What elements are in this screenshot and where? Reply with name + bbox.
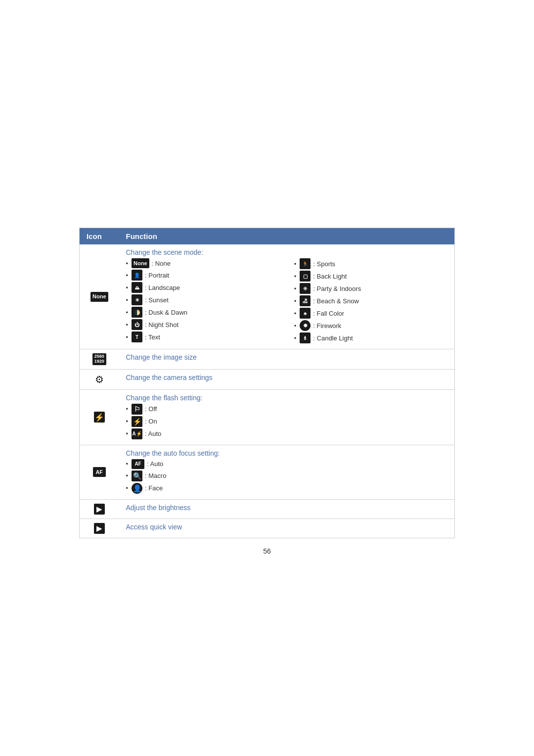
scene-label: : Fall Color xyxy=(313,310,344,317)
flash-setting-title: Change the flash setting: xyxy=(126,394,448,402)
scene-label: : Landscape xyxy=(145,284,180,291)
table-row: ▶ Adjust the brightness xyxy=(80,499,455,519)
scene-mode-title: Change the scene mode: xyxy=(126,248,448,256)
brightness-icon: ▶ xyxy=(94,504,105,515)
af-auto-icon: AF xyxy=(132,459,144,469)
list-item: 👤 : Portrait xyxy=(126,270,279,281)
flash-on-label: : On xyxy=(145,418,157,425)
scene-label: : Firework xyxy=(313,322,341,330)
none-scene-icon: None xyxy=(132,258,149,268)
list-item: 🌓 : Dusk & Dawn xyxy=(126,307,279,318)
table-row: AF Change the auto focus setting: AF : A… xyxy=(80,445,455,499)
list-item: A⚡ : Auto xyxy=(126,428,448,439)
scene-label: : Beach & Snow xyxy=(313,297,359,305)
party-icon: ⁜ xyxy=(300,283,311,294)
landscape-icon: ⛰ xyxy=(132,282,142,293)
icon-function-table: Icon Function None Change the scene mode… xyxy=(79,228,455,538)
list-item: None : None xyxy=(126,258,279,268)
gear-icon: ⚙ xyxy=(95,374,104,385)
list-item: 🔍 : Macro xyxy=(126,471,448,481)
play-icon: ▶ xyxy=(94,523,105,534)
none-icon: None xyxy=(90,292,108,302)
scene-left-col: None : None 👤 : Portrait ⛰ : Landscape xyxy=(126,258,279,345)
flash-auto-icon: A⚡ xyxy=(132,428,142,439)
scene-label: : Dusk & Dawn xyxy=(145,309,187,316)
list-item: T : Text xyxy=(126,331,279,342)
face-label: : Face xyxy=(145,484,163,492)
macro-icon: 🔍 xyxy=(132,471,142,481)
scene-right-col: 🏃 : Sports ▢ : Back Light ⁜ : Party & In… xyxy=(294,258,447,345)
scene-label: : Night Shot xyxy=(145,321,178,329)
scene-label: : Party & Indoors xyxy=(313,285,361,292)
list-item: AF : Auto xyxy=(126,459,448,469)
camera-settings-function: Change the camera settings xyxy=(126,374,213,381)
list-item: ✸ : Firework xyxy=(294,320,447,331)
list-item: ⛰ : Landscape xyxy=(126,282,279,293)
flash-on-icon: ⚡ xyxy=(132,416,142,427)
image-size-icon: 25601920 xyxy=(92,353,106,365)
scene-label: : Portrait xyxy=(145,272,169,279)
scene-label: : None xyxy=(152,260,171,267)
list-item: ▢ : Back Light xyxy=(294,271,447,282)
scene-label: : Candle Light xyxy=(313,334,353,342)
header-icon: Icon xyxy=(80,228,119,245)
list-item: ⚐ : Off xyxy=(126,404,448,415)
list-item: ⏻ : Night Shot xyxy=(126,319,279,330)
text-icon: T xyxy=(132,331,142,342)
list-item: ♣ : Fall Color xyxy=(294,308,447,319)
scene-label: : Sports xyxy=(313,260,335,268)
list-item: 👤 : Face xyxy=(126,483,448,494)
af-auto-label: : Auto xyxy=(147,460,163,468)
image-size-function: Change the image size xyxy=(126,353,197,361)
list-item: 🏖 : Beach & Snow xyxy=(294,295,447,306)
af-icon: AF xyxy=(93,467,106,477)
backlight-icon: ▢ xyxy=(300,271,311,282)
flash-auto-label: : Auto xyxy=(145,430,161,437)
scene-label: : Sunset xyxy=(145,296,169,304)
portrait-icon: 👤 xyxy=(132,270,142,281)
list-item: ☀ : Sunset xyxy=(126,294,279,305)
list-item: 🏃 : Sports xyxy=(294,258,447,269)
table-row: None Change the scene mode: None : None … xyxy=(80,244,455,349)
scene-label: : Back Light xyxy=(313,273,347,280)
dusk-icon: 🌓 xyxy=(132,307,142,318)
table-row: ⚡ Change the flash setting: ⚐ : Off ⚡ : … xyxy=(80,389,455,445)
macro-label: : Macro xyxy=(145,472,166,479)
sports-icon: 🏃 xyxy=(300,258,311,269)
page-number: 56 xyxy=(79,547,455,555)
header-function: Function xyxy=(119,228,455,245)
table-row: ⚙ Change the camera settings xyxy=(80,369,455,389)
candle-icon: 🕯 xyxy=(300,332,311,343)
focus-setting-title: Change the auto focus setting: xyxy=(126,449,448,457)
focus-items: AF : Auto 🔍 : Macro 👤 : Face xyxy=(126,459,448,494)
quick-view-function: Access quick view xyxy=(126,523,182,531)
table-row: 25601920 Change the image size xyxy=(80,349,455,370)
page-wrapper: Icon Function None Change the scene mode… xyxy=(79,228,455,555)
face-icon: 👤 xyxy=(132,483,142,494)
fall-icon: ♣ xyxy=(300,308,311,319)
flash-off-icon: ⚐ xyxy=(132,404,142,415)
table-row: ▶ Access quick view xyxy=(80,519,455,538)
firework-icon: ✸ xyxy=(300,320,311,331)
scene-cols: None : None 👤 : Portrait ⛰ : Landscape xyxy=(126,258,448,345)
scene-label: : Text xyxy=(145,333,160,341)
list-item: ⚡ : On xyxy=(126,416,448,427)
flash-off-label: : Off xyxy=(145,405,157,413)
sunset-icon: ☀ xyxy=(132,294,142,305)
beach-icon: 🏖 xyxy=(300,295,311,306)
brightness-function: Adjust the brightness xyxy=(126,504,191,512)
list-item: ⁜ : Party & Indoors xyxy=(294,283,447,294)
night-shot-icon: ⏻ xyxy=(132,319,142,330)
flash-icon: ⚡ xyxy=(94,412,105,423)
list-item: 🕯 : Candle Light xyxy=(294,332,447,343)
flash-items: ⚐ : Off ⚡ : On A⚡ : Auto xyxy=(126,404,448,439)
